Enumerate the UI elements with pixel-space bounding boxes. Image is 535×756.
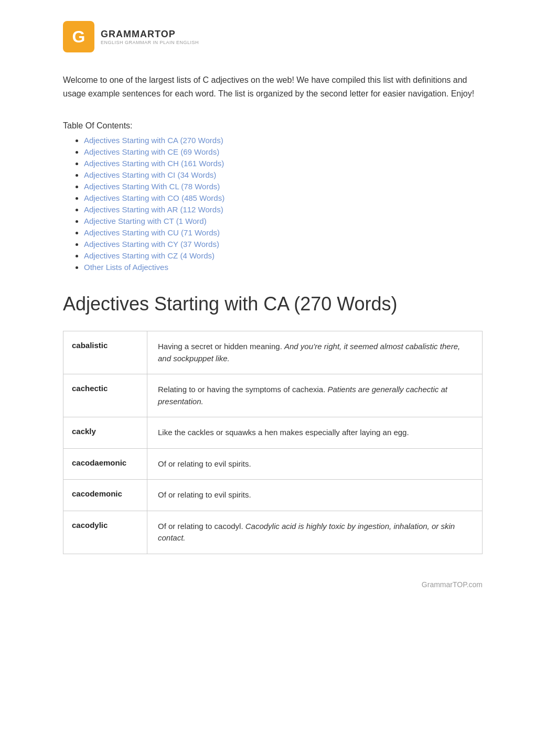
- logo-letter: G: [72, 28, 85, 45]
- toc-link[interactable]: Adjectives Starting with CE (69 Words): [84, 147, 219, 156]
- toc-link[interactable]: Adjectives Starting with CZ (4 Words): [84, 251, 215, 260]
- word-cell: cacodaemonic: [63, 448, 147, 480]
- logo-icon: G: [63, 21, 94, 52]
- table-row: cacklyLike the cackles or squawks a hen …: [63, 417, 483, 449]
- definition-cell: Of or relating to cacodyl. Cacodylic aci…: [147, 511, 483, 554]
- logo-tagline: ENGLISH GRAMMAR IN PLAIN ENGLISH: [101, 40, 199, 45]
- toc-item: Adjectives Starting with AR (112 Words): [84, 205, 483, 214]
- table-row: cacodemonicOf or relating to evil spirit…: [63, 480, 483, 511]
- table-row: cachecticRelating to or having the sympt…: [63, 374, 483, 417]
- definition-cell: Of or relating to evil spirits.: [147, 480, 483, 511]
- word-cell: cackly: [63, 417, 147, 449]
- table-of-contents: Table Of Contents: Adjectives Starting w…: [63, 121, 483, 272]
- table-row: cacodylicOf or relating to cacodyl. Caco…: [63, 511, 483, 554]
- toc-list: Adjectives Starting with CA (270 Words)A…: [63, 136, 483, 272]
- definition-cell: Like the cackles or squawks a hen makes …: [147, 417, 483, 449]
- toc-link[interactable]: Adjectives Starting with CO (485 Words): [84, 193, 224, 202]
- word-cell: cachectic: [63, 374, 147, 417]
- definition-cell: Relating to or having the symptoms of ca…: [147, 374, 483, 417]
- toc-link[interactable]: Adjectives Starting with CU (71 Words): [84, 228, 220, 237]
- toc-item: Adjectives Starting with CU (71 Words): [84, 228, 483, 237]
- toc-item: Adjective Starting with CT (1 Word): [84, 217, 483, 226]
- toc-item: Adjectives Starting With CL (78 Words): [84, 182, 483, 191]
- word-cell: cabalistic: [63, 331, 147, 374]
- toc-item: Adjectives Starting with CH (161 Words): [84, 159, 483, 168]
- toc-link[interactable]: Adjectives Starting With CL (78 Words): [84, 182, 220, 191]
- toc-link[interactable]: Adjectives Starting with CH (161 Words): [84, 159, 224, 168]
- table-row: cacodaemonicOf or relating to evil spiri…: [63, 448, 483, 480]
- toc-link[interactable]: Other Lists of Adjectives: [84, 263, 168, 272]
- toc-link[interactable]: Adjectives Starting with CI (34 Words): [84, 170, 216, 179]
- table-row: cabalisticHaving a secret or hidden mean…: [63, 331, 483, 374]
- logo-brand: GRAMMARTOP: [101, 29, 199, 40]
- toc-item: Adjectives Starting with CE (69 Words): [84, 147, 483, 157]
- word-cell: cacodemonic: [63, 480, 147, 511]
- toc-item: Adjectives Starting with CO (485 Words): [84, 193, 483, 203]
- footer: GrammarTOP.com: [63, 575, 483, 589]
- footer-text: GrammarTOP.com: [422, 580, 483, 589]
- toc-item: Adjectives Starting with CZ (4 Words): [84, 251, 483, 261]
- definition-cell: Having a secret or hidden meaning. And y…: [147, 331, 483, 374]
- word-cell: cacodylic: [63, 511, 147, 554]
- toc-item: Other Lists of Adjectives: [84, 263, 483, 272]
- logo-text-block: GRAMMARTOP ENGLISH GRAMMAR IN PLAIN ENGL…: [101, 29, 199, 45]
- toc-item: Adjectives Starting with CA (270 Words): [84, 136, 483, 145]
- intro-paragraph: Welcome to one of the largest lists of C…: [63, 73, 483, 100]
- toc-link[interactable]: Adjective Starting with CT (1 Word): [84, 217, 207, 225]
- toc-link[interactable]: Adjectives Starting with CA (270 Words): [84, 136, 223, 145]
- word-table: cabalisticHaving a secret or hidden mean…: [63, 331, 483, 554]
- definition-cell: Of or relating to evil spirits.: [147, 448, 483, 480]
- logo: G GRAMMARTOP ENGLISH GRAMMAR IN PLAIN EN…: [63, 21, 483, 52]
- toc-link[interactable]: Adjectives Starting with AR (112 Words): [84, 205, 223, 214]
- toc-label: Table Of Contents:: [63, 121, 483, 131]
- toc-link[interactable]: Adjectives Starting with CY (37 Words): [84, 240, 219, 249]
- toc-item: Adjectives Starting with CI (34 Words): [84, 170, 483, 180]
- toc-item: Adjectives Starting with CY (37 Words): [84, 240, 483, 249]
- section-heading: Adjectives Starting with CA (270 Words): [63, 293, 483, 320]
